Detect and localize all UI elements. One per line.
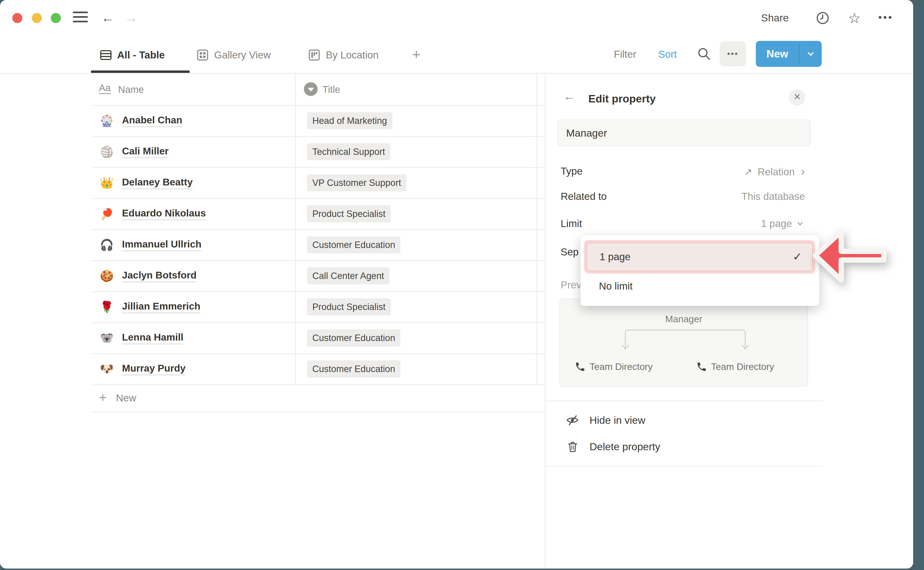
table-icon [99,48,113,62]
row-emoji: 🌹 [100,301,114,313]
row-name-link[interactable]: Eduardo Nikolaus [122,207,206,220]
table-right-border [537,74,537,384]
row-name-link[interactable]: Lenna Hamill [122,331,183,344]
table-row[interactable]: 🐨 Lenna Hamill Customer Education [0,322,545,353]
phone-icon [575,361,586,372]
dropdown-option-label: 1 page [600,251,631,263]
panel-close-button[interactable]: × [789,89,805,106]
table-row[interactable]: 🎧 Immanuel Ullrich Customer Education [0,229,545,260]
trash-icon [566,440,579,453]
field-type-label: Type [561,165,583,177]
field-separate-label-clipped: Sep [561,246,579,258]
new-button[interactable]: New [756,41,799,67]
window-zoom-button[interactable] [51,13,61,23]
history-forward-button[interactable]: → [124,11,138,24]
chevron-right-icon: › [801,164,805,178]
relation-arrow-icon: ↗ [744,166,752,178]
tab-gallery-view[interactable]: Gallery View [214,49,271,61]
field-limit-label: Limit [561,218,582,230]
row-title-tag: Product Specialist [307,298,391,315]
column-header-title[interactable]: Title [322,84,340,95]
table-row[interactable]: 👑 Delaney Beatty VP Customer Support [0,167,545,198]
favorite-star-icon[interactable]: ☆ [848,10,861,26]
relation-bracket-graphic [617,326,751,353]
table-row[interactable]: 🌹 Jillian Emmerich Product Specialist [0,291,545,322]
row-name-link[interactable]: Jaclyn Botsford [122,270,196,282]
dropdown-option-no-limit[interactable]: No limit [586,274,813,299]
add-row-label: New [116,392,136,404]
hide-in-view-label: Hide in view [589,414,645,426]
add-row-button[interactable]: + New [0,384,545,412]
table-row[interactable]: 🏓 Eduardo Nikolaus Product Specialist [0,198,545,229]
window-close-button[interactable] [12,13,22,23]
field-type-value: ↗ Relation › [744,164,805,178]
share-button[interactable]: Share [761,12,789,24]
row-title-tag: Customer Education [307,360,401,377]
preview-section-label-clipped: Prev [561,279,581,291]
row-name-link[interactable]: Jillian Emmerich [122,300,200,313]
sort-button[interactable]: Sort [658,49,677,60]
more-options-icon[interactable]: ••• [878,12,893,23]
table-row[interactable]: 🐶 Murray Purdy Customer Education [0,353,545,384]
table-row[interactable]: 🍪 Jaclyn Botsford Call Center Agent [0,260,545,291]
field-related-row[interactable]: Related to This database [557,184,810,209]
row-title-tag: Customer Education [307,236,401,253]
field-limit-row[interactable]: Limit 1 page [557,211,810,236]
table-bottom-divider [91,412,545,412]
view-options-button[interactable]: ••• [720,41,746,66]
table-row[interactable]: 🏐 Cali Miller Technical Support [0,136,545,167]
field-type-row[interactable]: Type ↗ Relation › [557,159,810,184]
row-title-tag: Technical Support [307,143,390,160]
filter-button[interactable]: Filter [614,49,636,60]
preview-child-label: Team Directory [711,362,774,372]
tab-all-table[interactable]: All - Table [117,49,165,61]
view-options-dots-icon: ••• [727,49,739,58]
row-name-link[interactable]: Murray Purdy [122,362,186,375]
table-row[interactable]: 🎡 Anabel Chan Head of Marketing [0,105,545,136]
panel-section-divider [545,400,823,401]
delete-property-label: Delete property [589,441,660,453]
row-name-link[interactable]: Delaney Beatty [122,176,193,189]
panel-divider [545,74,545,568]
panel-section-divider [545,466,823,467]
search-icon[interactable] [696,46,711,61]
hide-in-view-button[interactable]: Hide in view [553,407,816,434]
row-title-tag: Product Specialist [307,205,391,222]
tabbar-divider [0,73,913,74]
new-button-group: New [756,41,822,67]
panel-back-button[interactable]: ← [563,90,576,102]
relation-preview-card: Manager Team Directory Team Directory [559,299,808,387]
row-name-link[interactable]: Anabel Chan [122,114,183,127]
select-property-icon [304,82,318,96]
field-limit-value: 1 page [761,218,805,230]
preview-child-label: Team Directory [589,362,652,372]
property-name-value: Manager [566,127,607,139]
add-view-button[interactable]: + [412,46,421,63]
column-header-name[interactable]: Name [118,84,144,95]
row-name-link[interactable]: Cali Miller [122,145,169,158]
field-related-value: This database [741,191,805,202]
row-emoji: 🎧 [100,239,114,250]
chevron-down-icon [805,48,816,60]
delete-property-button[interactable]: Delete property [553,434,816,460]
row-emoji: 🏐 [100,146,114,157]
text-property-icon: Aa [99,83,111,94]
preview-node-label: Manager [665,314,702,325]
new-dropdown-button[interactable] [800,41,822,67]
window-minimize-button[interactable] [32,13,42,23]
row-title-tag: Call Center Agent [307,267,389,284]
row-emoji: 🎡 [100,115,114,126]
row-name-link[interactable]: Immanuel Ullrich [122,238,201,251]
gallery-icon [196,48,210,62]
row-emoji: 🐶 [100,363,114,374]
annotation-arrow-left-icon [810,225,895,286]
row-emoji: 🏓 [100,208,114,219]
dropdown-option-1-page[interactable]: 1 page ✓ [586,242,813,271]
property-name-input[interactable]: Manager [557,120,810,146]
chevron-down-icon [795,219,805,228]
history-back-button[interactable]: ← [101,11,114,24]
tab-by-location[interactable]: By Location [326,49,379,61]
sidebar-menu-icon[interactable] [73,9,88,25]
updates-clock-icon[interactable] [815,10,830,26]
row-title-tag: VP Customer Support [307,174,407,191]
